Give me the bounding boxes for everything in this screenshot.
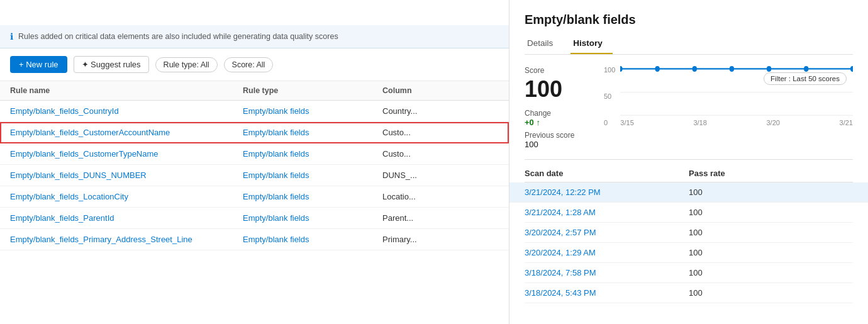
score-label: Score xyxy=(525,66,594,75)
scan-row: 3/21/2024, 12:22 PM 100 xyxy=(509,182,868,203)
table-row[interactable]: Empty/blank_fields_CustomerAccountName E… xyxy=(0,122,509,143)
scan-date: 3/18/2024, 5:43 PM xyxy=(525,288,689,298)
x-label-315: 3/15 xyxy=(620,119,633,126)
scan-pass-rate: 100 xyxy=(689,268,853,277)
rule-name-cell: Empty/blank_fields_LocationCity xyxy=(10,192,243,201)
table-row[interactable]: Empty/blank_fields_ParentId Empty/blank … xyxy=(0,208,509,229)
col-cell: Country... xyxy=(382,106,499,116)
scan-header-date: Scan date xyxy=(525,169,689,178)
x-label-321: 3/21 xyxy=(840,119,853,126)
toolbar: + New rule ✦ Suggest rules Rule type: Al… xyxy=(0,48,509,81)
tab-history[interactable]: History xyxy=(570,35,613,54)
rule-type-cell: Empty/blank fields xyxy=(243,170,382,180)
rule-name-cell: Empty/blank_fields_ParentId xyxy=(10,213,243,223)
scan-table: Scan date Pass rate 3/21/2024, 12:22 PM … xyxy=(525,159,853,303)
col-header-rule-type: Rule type xyxy=(243,86,382,95)
svg-point-9 xyxy=(850,66,853,72)
scan-table-header: Scan date Pass rate xyxy=(525,165,853,182)
col-cell: Locatio... xyxy=(382,192,499,201)
col-cell: DUNS_... xyxy=(382,170,499,180)
scan-pass-rate: 100 xyxy=(689,187,853,197)
scan-row: 3/18/2024, 7:58 PM 100 xyxy=(525,263,853,283)
col-header-rule-name: Rule name xyxy=(10,86,243,95)
rule-type-cell: Empty/blank fields xyxy=(243,213,382,223)
rule-type-cell: Empty/blank fields xyxy=(243,192,382,201)
scan-table-body: 3/21/2024, 12:22 PM 100 3/21/2024, 1:28 … xyxy=(525,182,853,303)
panel-title: Empty/blank fields xyxy=(525,13,853,27)
scan-date: 3/20/2024, 2:57 PM xyxy=(525,228,689,237)
scan-row: 3/18/2024, 5:43 PM 100 xyxy=(525,283,853,303)
table-row[interactable]: Empty/blank_fields_DUNS_NUMBER Empty/bla… xyxy=(0,165,509,186)
scan-date: 3/21/2024, 12:22 PM xyxy=(525,187,689,197)
suggest-rules-button[interactable]: ✦ Suggest rules xyxy=(74,56,149,73)
scan-date: 3/18/2024, 7:58 PM xyxy=(525,268,689,277)
right-panel: Empty/blank fields Details History Score… xyxy=(509,0,868,324)
scan-row: 3/20/2024, 2:57 PM 100 xyxy=(525,223,853,243)
x-label-320: 3/20 xyxy=(766,119,779,126)
scan-date: 3/20/2024, 1:29 AM xyxy=(525,248,689,257)
scan-row: 3/20/2024, 1:29 AM 100 xyxy=(525,243,853,263)
info-message: Rules added on critical data elements ar… xyxy=(18,32,338,41)
y-label-50: 50 xyxy=(604,92,615,100)
col-cell: Custo... xyxy=(382,128,499,137)
svg-point-7 xyxy=(767,66,771,72)
tab-details[interactable]: Details xyxy=(525,35,563,54)
change-label: Change xyxy=(525,109,594,118)
rule-type-cell: Empty/blank fields xyxy=(243,106,382,116)
svg-point-8 xyxy=(804,66,808,72)
scan-header-pass-rate: Pass rate xyxy=(689,169,853,178)
chart-x-labels: 3/15 3/18 3/20 3/21 xyxy=(620,119,853,126)
tabs: Details History xyxy=(525,35,853,55)
scan-pass-rate: 100 xyxy=(689,208,853,217)
scan-date: 3/21/2024, 1:28 AM xyxy=(525,208,689,217)
rule-type-cell: Empty/blank fields xyxy=(243,128,382,137)
score-filter[interactable]: Score: All xyxy=(224,57,274,72)
svg-point-3 xyxy=(620,66,623,72)
rule-name-cell: Empty/blank_fields_DUNS_NUMBER xyxy=(10,170,243,180)
left-panel: ℹ Rules added on critical data elements … xyxy=(0,0,509,324)
col-cell: Primary... xyxy=(382,235,499,244)
col-cell: Parent... xyxy=(382,213,499,223)
info-icon: ℹ xyxy=(10,31,13,42)
scan-pass-rate: 100 xyxy=(689,288,853,298)
scan-row: 3/21/2024, 1:28 AM 100 xyxy=(525,203,853,223)
prev-score-value: 100 xyxy=(525,140,594,149)
score-value: 100 xyxy=(525,76,594,103)
svg-point-4 xyxy=(655,66,660,72)
prev-score-label: Previous score xyxy=(525,131,594,140)
info-bar: ℹ Rules added on critical data elements … xyxy=(0,25,509,48)
rules-table-body: Empty/blank_fields_CountryId Empty/blank… xyxy=(0,101,509,324)
table-row[interactable]: Empty/blank_fields_CustomerTypeName Empt… xyxy=(0,143,509,165)
table-row[interactable]: Empty/blank_fields_LocationCity Empty/bl… xyxy=(0,186,509,208)
table-row[interactable]: Empty/blank_fields_CountryId Empty/blank… xyxy=(0,101,509,122)
rule-name-cell: Empty/blank_fields_Primary_Address_Stree… xyxy=(10,235,243,244)
scan-pass-rate: 100 xyxy=(689,248,853,257)
x-label-318: 3/18 xyxy=(693,119,706,126)
y-label-0: 0 xyxy=(604,119,615,126)
chart-area: Filter : Last 50 scores 100 50 0 xyxy=(604,66,853,126)
rule-name-cell: Empty/blank_fields_CustomerAccountName xyxy=(10,128,243,137)
rule-type-cell: Empty/blank fields xyxy=(243,149,382,159)
rule-type-filter[interactable]: Rule type: All xyxy=(155,57,218,72)
rule-name-cell: Empty/blank_fields_CountryId xyxy=(10,106,243,116)
col-header-column: Column xyxy=(382,86,499,95)
filter-badge[interactable]: Filter : Last 50 scores xyxy=(764,72,847,85)
change-value: +0 ↑ xyxy=(525,118,594,127)
chart-y-labels: 100 50 0 xyxy=(604,66,615,126)
table-header: Rule name Rule type Column xyxy=(0,81,509,101)
score-info: Score 100 Change +0 ↑ Previous score 100 xyxy=(525,66,594,149)
scan-pass-rate: 100 xyxy=(689,228,853,237)
new-rule-button[interactable]: + New rule xyxy=(10,56,67,73)
history-content: Score 100 Change +0 ↑ Previous score 100… xyxy=(525,66,853,149)
rule-name-cell: Empty/blank_fields_CustomerTypeName xyxy=(10,149,243,159)
table-row[interactable]: Empty/blank_fields_Primary_Address_Stree… xyxy=(0,229,509,250)
y-label-100: 100 xyxy=(604,66,615,74)
svg-point-6 xyxy=(730,66,734,72)
col-cell: Custo... xyxy=(382,149,499,159)
rule-type-cell: Empty/blank fields xyxy=(243,235,382,244)
svg-point-5 xyxy=(693,66,697,72)
